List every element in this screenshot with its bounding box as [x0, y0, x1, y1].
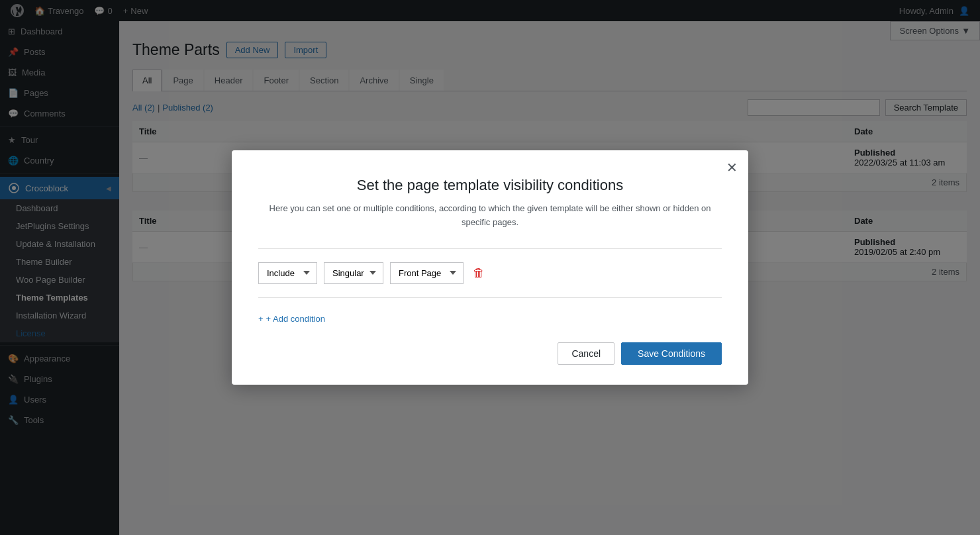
include-select-wrap: Include Exclude — [258, 262, 317, 284]
front-page-select[interactable]: Front Page Home Page Blog Page 404 Page — [390, 262, 464, 284]
front-page-select-wrap: Front Page Home Page Blog Page 404 Page — [390, 262, 464, 284]
delete-condition-button[interactable]: 🗑 — [470, 264, 487, 283]
modal-overlay[interactable]: ✕ Set the page template visibility condi… — [0, 0, 980, 535]
trash-icon: 🗑 — [473, 266, 485, 279]
add-condition-button[interactable]: + + Add condition — [258, 311, 325, 326]
save-conditions-button[interactable]: Save Conditions — [621, 342, 722, 365]
modal-divider-top — [258, 248, 722, 249]
cancel-button[interactable]: Cancel — [558, 342, 614, 365]
singular-select[interactable]: Singular Archive Page Post — [324, 262, 383, 284]
modal-divider-bottom — [258, 297, 722, 298]
condition-row: Include Exclude Singular Archive Page Po… — [258, 262, 722, 284]
modal-close-button[interactable]: ✕ — [726, 161, 738, 174]
singular-select-wrap: Singular Archive Page Post — [324, 262, 383, 284]
modal-dialog: ✕ Set the page template visibility condi… — [232, 150, 748, 385]
modal-description: Here you can set one or multiple conditi… — [258, 202, 722, 230]
plus-add-icon: + — [258, 314, 264, 324]
include-select[interactable]: Include Exclude — [258, 262, 317, 284]
modal-footer: Cancel Save Conditions — [258, 342, 722, 365]
modal-title: Set the page template visibility conditi… — [258, 177, 722, 194]
